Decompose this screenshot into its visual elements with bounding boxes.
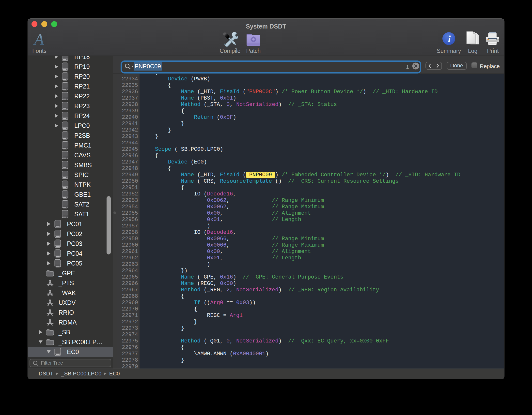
svg-text:i: i <box>448 33 451 44</box>
